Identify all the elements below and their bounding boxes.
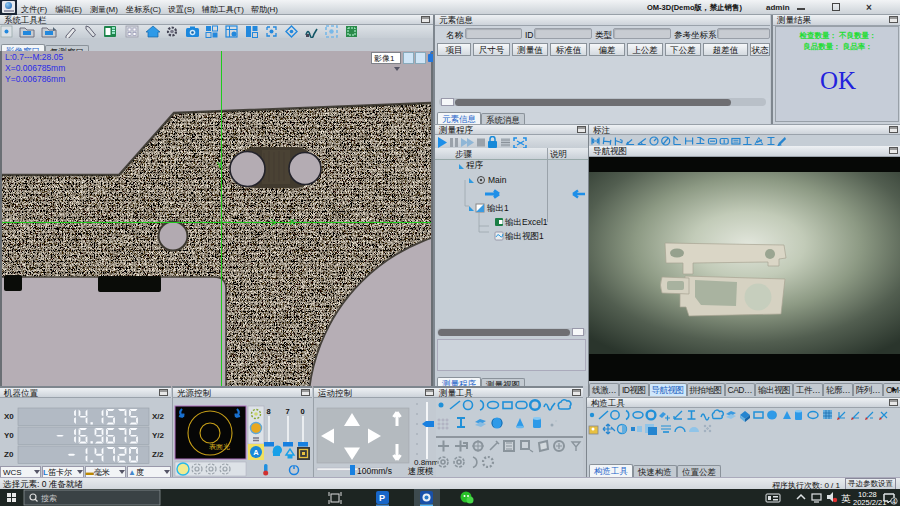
svg-text:2025/2/21: 2025/2/21 xyxy=(853,498,886,506)
svg-text:表面光: 表面光 xyxy=(209,443,230,451)
svg-text:8: 8 xyxy=(267,407,271,416)
svg-text:100mm/s: 100mm/s xyxy=(357,466,392,476)
svg-text:英: 英 xyxy=(841,493,851,504)
svg-text:4: 4 xyxy=(892,498,896,505)
svg-text:Y: Y xyxy=(217,160,223,170)
svg-text:7: 7 xyxy=(286,407,290,416)
svg-text:X: X xyxy=(289,217,295,227)
svg-text:P: P xyxy=(379,493,385,503)
svg-text:L:0.7---M:28.05: L:0.7---M:28.05 xyxy=(5,52,63,62)
svg-text:0: 0 xyxy=(301,407,305,416)
svg-text:搜索: 搜索 xyxy=(41,494,57,503)
svg-text:Y=0.006786mm: Y=0.006786mm xyxy=(5,74,65,84)
svg-text:A: A xyxy=(253,448,259,457)
svg-text:X=0.006785mm: X=0.006785mm xyxy=(5,63,65,73)
